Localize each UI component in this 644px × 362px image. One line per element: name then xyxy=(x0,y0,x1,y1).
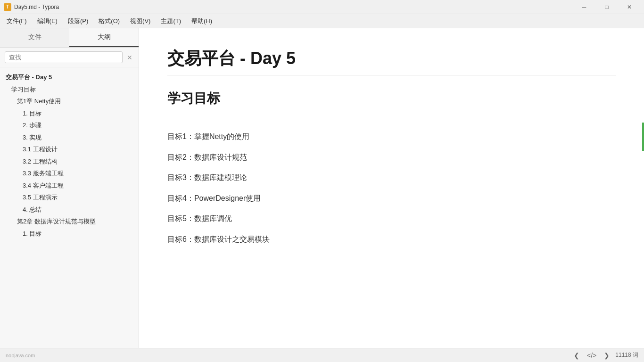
search-input[interactable] xyxy=(5,51,123,63)
tab-outline[interactable]: 大纲 xyxy=(69,28,139,47)
outline-item-1-2[interactable]: 2. 步骤 xyxy=(0,119,139,132)
goal-4: 目标4：PowerDesigner使用 xyxy=(167,192,616,205)
goal-2: 目标2：数据库设计规范 xyxy=(167,151,616,164)
outline-item-1-3-1[interactable]: 3.1 工程设计 xyxy=(0,143,139,156)
goal-3: 目标3：数据库建模理论 xyxy=(167,172,616,184)
outline-item-1-3-3[interactable]: 3.3 服务端工程 xyxy=(0,167,139,180)
nav-code-button[interactable]: </> xyxy=(585,351,598,360)
nav-prev-button[interactable]: ❮ xyxy=(572,351,581,360)
menu-file[interactable]: 文件(F) xyxy=(2,15,32,27)
search-box: ✕ xyxy=(0,48,139,67)
menu-theme[interactable]: 主题(T) xyxy=(156,15,186,27)
outline-item-1-3-4[interactable]: 3.4 客户端工程 xyxy=(0,180,139,192)
outline-item-ch2[interactable]: 第2章 数据库设计规范与模型 xyxy=(0,215,139,228)
watermark-text: nobjava.com xyxy=(6,353,35,358)
menu-edit[interactable]: 编辑(E) xyxy=(33,15,62,27)
status-nav: ❮ </> ❯ 11118 词 xyxy=(572,351,638,360)
menu-bar: 文件(F) 编辑(E) 段落(P) 格式(O) 视图(V) 主题(T) 帮助(H… xyxy=(0,14,644,28)
search-clear-button[interactable]: ✕ xyxy=(125,53,134,62)
menu-view[interactable]: 视图(V) xyxy=(125,15,155,27)
main-layout: 文件 大纲 ✕ 交易平台 - Day 5 学习目标 第1章 Netty使用 1.… xyxy=(0,28,644,348)
title-text: Day5.md - Typora xyxy=(14,4,59,10)
nav-next-button[interactable]: ❯ xyxy=(602,351,611,360)
sidebar: 文件 大纲 ✕ 交易平台 - Day 5 学习目标 第1章 Netty使用 1.… xyxy=(0,28,139,348)
menu-help[interactable]: 帮助(H) xyxy=(187,15,217,27)
word-count: 11118 词 xyxy=(615,351,638,359)
menu-format[interactable]: 格式(O) xyxy=(94,15,124,27)
sidebar-tabs: 文件 大纲 xyxy=(0,28,139,48)
outline-tree: 交易平台 - Day 5 学习目标 第1章 Netty使用 1. 目标 2. 步… xyxy=(0,67,139,348)
title-bar: T Day5.md - Typora ─ □ ✕ xyxy=(0,0,644,14)
status-bar: nobjava.com ❮ </> ❯ 11118 词 xyxy=(0,348,644,362)
status-left: nobjava.com xyxy=(6,353,35,358)
close-button[interactable]: ✕ xyxy=(619,0,640,14)
content-area[interactable]: 交易平台 - Day 5 学习目标 目标1：掌握Netty的使用 目标2：数据库… xyxy=(139,28,644,348)
tab-files[interactable]: 文件 xyxy=(0,28,69,47)
outline-item-ch1[interactable]: 第1章 Netty使用 xyxy=(0,95,139,107)
app-icon: T xyxy=(4,3,11,11)
title-bar-left: T Day5.md - Typora xyxy=(4,3,59,11)
outline-item-1-3-2[interactable]: 3.2 工程结构 xyxy=(0,156,139,168)
window-controls: ─ □ ✕ xyxy=(573,0,640,14)
green-accent-bar xyxy=(642,123,644,151)
goal-1: 目标1：掌握Netty的使用 xyxy=(167,131,616,143)
goal-5: 目标5：数据库调优 xyxy=(167,213,616,225)
section-divider xyxy=(167,119,616,119)
outline-item-1-4[interactable]: 4. 总结 xyxy=(0,204,139,216)
outline-item-goals[interactable]: 学习目标 xyxy=(0,83,139,96)
goal-6: 目标6：数据库设计之交易模块 xyxy=(167,233,616,246)
doc-title: 交易平台 - Day 5 xyxy=(167,47,616,75)
section-title: 学习目标 xyxy=(167,90,616,107)
outline-item-1-3[interactable]: 3. 实现 xyxy=(0,132,139,144)
menu-paragraph[interactable]: 段落(P) xyxy=(63,15,93,27)
outline-item-main[interactable]: 交易平台 - Day 5 xyxy=(0,71,139,83)
outline-item-2-1[interactable]: 1. 目标 xyxy=(0,228,139,240)
minimize-button[interactable]: ─ xyxy=(573,0,595,14)
outline-item-1-1[interactable]: 1. 目标 xyxy=(0,107,139,120)
maximize-button[interactable]: □ xyxy=(596,0,618,14)
outline-item-1-3-5[interactable]: 3.5 工程演示 xyxy=(0,191,139,204)
